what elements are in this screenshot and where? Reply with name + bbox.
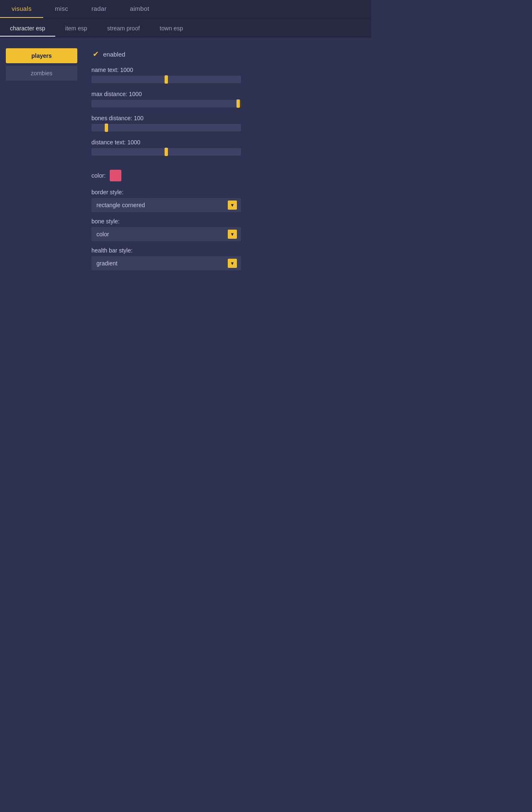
tab-town-esp[interactable]: town esp	[150, 21, 193, 37]
max-distance-section: max distance: 1000	[91, 91, 363, 107]
border-style-section: border style: rectangle cornered ▼	[91, 189, 363, 212]
health-bar-style-section: health bar style: gradient ▼	[91, 247, 363, 270]
max-distance-label: max distance: 1000	[91, 91, 363, 97]
bone-style-dropdown[interactable]: color ▼	[91, 227, 241, 241]
bones-distance-section: bones distance: 100	[91, 115, 363, 131]
border-style-arrow-icon: ▼	[228, 201, 237, 210]
name-text-thumb[interactable]	[165, 75, 168, 84]
distance-text-slider[interactable]	[91, 148, 241, 156]
border-style-dropdown[interactable]: rectangle cornered ▼	[91, 198, 241, 212]
max-distance-thumb[interactable]	[236, 99, 240, 108]
color-swatch[interactable]	[110, 170, 121, 181]
main-content: players zombies ✔ enabled name text: 100…	[0, 37, 371, 786]
distance-text-thumb[interactable]	[165, 148, 168, 156]
tab-item-esp[interactable]: item esp	[55, 21, 97, 37]
sub-tab-bar: character esp item esp stream proof town…	[0, 18, 371, 37]
health-bar-style-label: health bar style:	[91, 247, 363, 254]
border-style-label: border style:	[91, 189, 363, 196]
name-text-section: name text: 1000	[91, 67, 363, 83]
color-row: color:	[91, 170, 363, 181]
bones-distance-thumb[interactable]	[105, 124, 108, 132]
name-text-label: name text: 1000	[91, 67, 363, 73]
enabled-label: enabled	[103, 51, 125, 58]
bone-style-label: bone style:	[91, 218, 363, 225]
top-tab-bar: visuals misc radar aimbot	[0, 0, 371, 18]
bone-style-value: color	[96, 231, 109, 238]
sidebar: players zombies	[0, 44, 83, 780]
sidebar-btn-players[interactable]: players	[6, 48, 77, 63]
distance-text-label: distance text: 1000	[91, 139, 363, 146]
bones-distance-label: bones distance: 100	[91, 115, 363, 121]
checkmark-icon: ✔	[93, 50, 99, 59]
health-bar-style-dropdown[interactable]: gradient ▼	[91, 256, 241, 270]
enabled-row: ✔ enabled	[91, 50, 363, 58]
sidebar-btn-zombies[interactable]: zombies	[6, 66, 77, 81]
tab-character-esp[interactable]: character esp	[0, 21, 55, 37]
max-distance-slider[interactable]	[91, 100, 241, 107]
tab-aimbot[interactable]: aimbot	[118, 0, 161, 18]
distance-text-section: distance text: 1000	[91, 139, 363, 156]
bone-style-section: bone style: color ▼	[91, 218, 363, 241]
tab-visuals[interactable]: visuals	[0, 0, 43, 18]
tab-radar[interactable]: radar	[80, 0, 118, 18]
bones-distance-slider[interactable]	[91, 124, 241, 131]
color-label: color:	[91, 172, 106, 179]
tab-stream-proof[interactable]: stream proof	[97, 21, 150, 37]
tab-misc[interactable]: misc	[43, 0, 80, 18]
border-style-value: rectangle cornered	[96, 202, 145, 208]
health-bar-style-value: gradient	[96, 260, 118, 267]
name-text-slider[interactable]	[91, 76, 241, 83]
bone-style-arrow-icon: ▼	[228, 230, 237, 239]
right-panel: ✔ enabled name text: 1000 max distance: …	[83, 44, 371, 780]
enabled-checkbox[interactable]: ✔	[91, 50, 100, 58]
health-bar-style-arrow-icon: ▼	[228, 259, 237, 268]
